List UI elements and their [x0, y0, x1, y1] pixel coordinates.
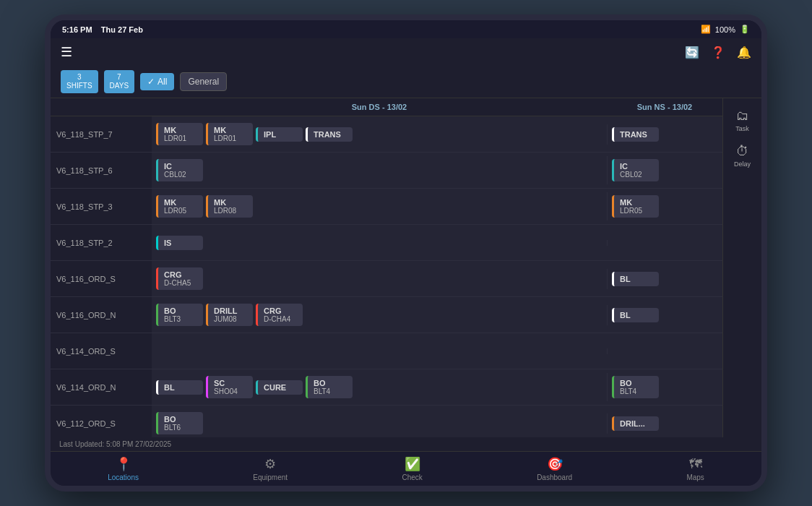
- task-card[interactable]: BL: [612, 308, 659, 322]
- nav-equipment[interactable]: ⚙ Equipment: [253, 456, 288, 481]
- row-label: V6_118_STP_7: [51, 116, 152, 152]
- status-bar: 5:16 PM Thu 27 Feb 📶 100% 🔋: [51, 20, 761, 38]
- task-button[interactable]: 🗂 Task: [726, 104, 759, 137]
- battery-icon: 🔋: [740, 25, 750, 34]
- nav-check[interactable]: ✅ Check: [402, 456, 422, 481]
- task-card[interactable]: DRIL...: [612, 416, 659, 431]
- equipment-label: Equipment: [253, 473, 288, 481]
- row-tasks-right: BOBLT4: [607, 373, 722, 401]
- row-tasks-right: TRANS: [607, 124, 722, 145]
- row-tasks-left: BOBLT6: [152, 409, 607, 437]
- delay-label: Delay: [734, 160, 751, 168]
- task-card[interactable]: CRGD-CHA5: [156, 267, 203, 290]
- table-row: V6_118_STP_7MKLDR01MKLDR01IPLTRANSTRANS: [51, 116, 722, 153]
- equipment-icon: ⚙: [264, 456, 276, 472]
- task-card[interactable]: MKLDR08: [206, 195, 253, 218]
- table-row: V6_118_STP_3MKLDR05MKLDR08MKLDR05: [51, 189, 722, 225]
- task-card[interactable]: TRANS: [612, 127, 659, 142]
- main-content: Sun DS - 13/02 Sun NS - 13/02 V6_118_STP…: [51, 98, 761, 437]
- hamburger-menu[interactable]: ☰: [61, 44, 72, 60]
- table-row: V6_118_STP_6ICCBL02ICCBL02: [51, 153, 722, 189]
- task-card[interactable]: DRILLJUM08: [206, 304, 253, 326]
- task-card[interactable]: BOBLT4: [612, 376, 659, 398]
- header-right-date: Sun NS - 13/02: [607, 103, 722, 111]
- row-tasks-left: IS: [152, 233, 607, 253]
- shifts-button[interactable]: 3SHIFTS: [61, 70, 98, 93]
- row-tasks-right: [607, 240, 722, 246]
- nav-dashboard[interactable]: 🎯 Dashboard: [537, 456, 572, 481]
- row-label: V6_114_ORD_S: [51, 333, 152, 369]
- all-label: All: [157, 77, 167, 87]
- row-label: V6_116_ORD_S: [51, 261, 152, 296]
- task-card[interactable]: MKLDR05: [156, 195, 203, 218]
- top-bar: ☰ 🔄 ❓ 🔔: [51, 38, 761, 66]
- nav-maps[interactable]: 🗺 Maps: [686, 457, 704, 481]
- task-card[interactable]: IS: [156, 236, 203, 250]
- status-right: 📶 100% 🔋: [701, 25, 750, 34]
- checkmark-icon: ✓: [147, 77, 155, 87]
- row-tasks-left: ICCBL02: [152, 156, 607, 184]
- table-row: V6_114_ORD_S: [51, 333, 722, 369]
- refresh-icon[interactable]: 🔄: [685, 46, 699, 59]
- task-label: Task: [735, 125, 749, 132]
- last-updated: Last Updated: 5:08 PM 27/02/2025: [59, 440, 171, 448]
- task-card[interactable]: ICCBL02: [156, 159, 203, 181]
- help-icon[interactable]: ❓: [711, 46, 725, 59]
- maps-label: Maps: [686, 473, 704, 481]
- row-label: V6_118_STP_6: [51, 153, 152, 188]
- notification-icon[interactable]: 🔔: [737, 46, 751, 59]
- task-card[interactable]: BL: [612, 272, 659, 286]
- check-icon: ✅: [405, 456, 420, 472]
- status-time: 5:16 PM: [62, 25, 92, 34]
- dashboard-icon: 🎯: [547, 456, 563, 472]
- schedule-header: Sun DS - 13/02 Sun NS - 13/02: [51, 98, 722, 116]
- row-tasks-right: MKLDR05: [607, 192, 722, 220]
- status-date: Thu 27 Feb: [101, 25, 143, 34]
- task-card[interactable]: MKLDR05: [612, 195, 659, 218]
- table-row: V6_118_STP_2IS: [51, 225, 722, 261]
- status-time-date: 5:16 PM Thu 27 Feb: [62, 25, 143, 34]
- row-tasks-right: [607, 348, 722, 354]
- delay-button[interactable]: ⏱ Delay: [726, 140, 759, 172]
- table-row: V6_114_ORD_NBLSCSHO04CUREBOBLT4BOBLT4: [51, 369, 722, 406]
- row-label: V6_114_ORD_N: [51, 369, 152, 405]
- row-label: V6_118_STP_2: [51, 225, 152, 260]
- delay-icon: ⏱: [736, 144, 749, 159]
- task-card[interactable]: BOBLT3: [156, 304, 203, 326]
- task-card[interactable]: CURE: [256, 380, 303, 395]
- row-tasks-right: BL: [607, 269, 722, 289]
- task-card[interactable]: BL: [156, 380, 203, 395]
- locations-icon: 📍: [116, 456, 131, 472]
- task-card[interactable]: SCSHO04: [206, 376, 253, 398]
- nav-locations[interactable]: 📍 Locations: [108, 456, 139, 481]
- footer-bar: Last Updated: 5:08 PM 27/02/2025: [51, 437, 761, 451]
- task-card[interactable]: MKLDR01: [206, 123, 253, 145]
- maps-icon: 🗺: [689, 457, 702, 472]
- task-card[interactable]: ICCBL02: [612, 159, 659, 181]
- battery-level: 100%: [715, 25, 735, 34]
- task-icon: 🗂: [736, 108, 749, 124]
- all-button[interactable]: ✓ All: [140, 73, 174, 90]
- task-card[interactable]: BOBLT6: [156, 412, 203, 434]
- task-card[interactable]: BOBLT4: [306, 376, 353, 398]
- row-tasks-left: BOBLT3DRILLJUM08CRGD-CHA4: [152, 301, 607, 329]
- task-card[interactable]: IPL: [256, 127, 303, 142]
- general-button[interactable]: General: [180, 72, 227, 91]
- schedule-area: Sun DS - 13/02 Sun NS - 13/02 V6_118_STP…: [51, 98, 722, 437]
- row-label: V6_112_ORD_S: [51, 406, 152, 437]
- task-card[interactable]: CRGD-CHA4: [256, 304, 303, 326]
- row-label: V6_118_STP_3: [51, 189, 152, 224]
- check-label: Check: [402, 473, 422, 481]
- task-card[interactable]: TRANS: [306, 127, 353, 142]
- side-panel: 🗂 Task ⏱ Delay: [722, 98, 761, 437]
- toolbar: 3SHIFTS 7DAYS ✓ All General: [51, 66, 761, 98]
- row-tasks-left: [152, 348, 607, 354]
- row-tasks-left: MKLDR05MKLDR08: [152, 192, 607, 220]
- row-label: V6_116_ORD_N: [51, 297, 152, 333]
- row-tasks-right: ICCBL02: [607, 156, 722, 184]
- top-bar-actions: 🔄 ❓ 🔔: [685, 46, 751, 59]
- days-button[interactable]: 7DAYS: [104, 70, 135, 93]
- wifi-icon: 📶: [701, 25, 711, 34]
- task-card[interactable]: MKLDR01: [156, 123, 203, 145]
- schedule-rows: V6_118_STP_7MKLDR01MKLDR01IPLTRANSTRANSV…: [51, 116, 722, 437]
